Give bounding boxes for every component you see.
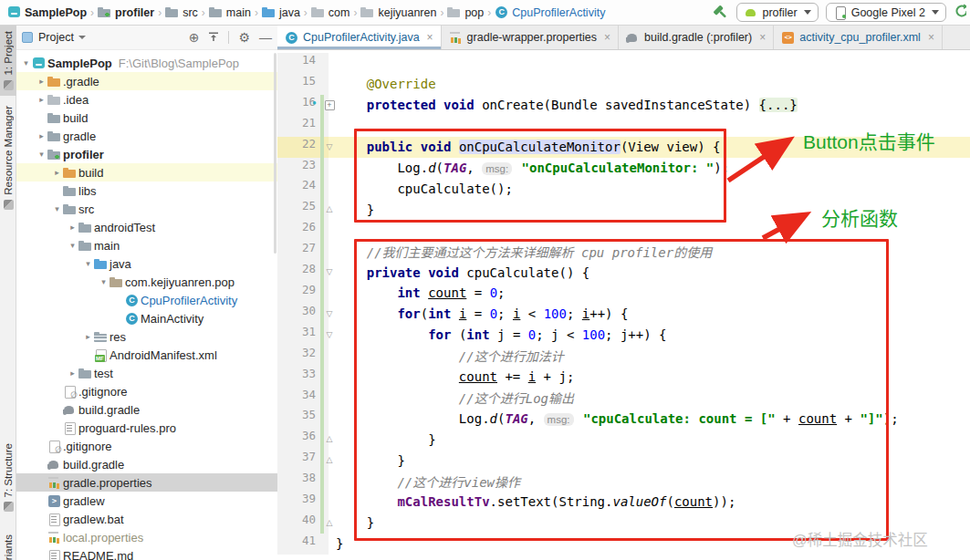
tool-window-button[interactable]: Build Variants: [0, 529, 16, 560]
line-number[interactable]: 32: [302, 346, 316, 359]
line-number[interactable]: 27: [302, 241, 316, 254]
project-panel-title[interactable]: Project: [38, 31, 74, 44]
breadcrumb-item[interactable]: com: [311, 6, 350, 19]
tree-item--gradle[interactable]: ▸.gradle: [16, 72, 277, 90]
tree-item-MainActivity[interactable]: MainActivity: [16, 309, 277, 327]
line-number[interactable]: 22: [302, 137, 316, 150]
breadcrumb-item[interactable]: CpuProfilerActivity: [495, 6, 605, 19]
line-number[interactable]: 28: [302, 262, 316, 275]
tree-expand-arrow-icon[interactable]: ▸: [51, 168, 63, 177]
line-number[interactable]: 30: [302, 304, 316, 317]
tree-expand-arrow-icon[interactable]: ▸: [67, 223, 78, 232]
tree-item-AndroidManifest-xml[interactable]: AndroidManifest.xml: [16, 346, 277, 364]
device-select[interactable]: Google Pixel 2: [826, 3, 946, 22]
tree-item-test[interactable]: ▸test: [16, 364, 277, 382]
tree-collapse-arrow-icon[interactable]: ▾: [20, 58, 32, 67]
tab-activity-cpu-profiler-xml[interactable]: activity_cpu_profiler.xml×: [774, 26, 943, 49]
line-number[interactable]: 15: [302, 74, 316, 88]
line-number[interactable]: 24: [302, 178, 316, 192]
breadcrumb-item[interactable]: java: [262, 6, 300, 19]
line-number[interactable]: 38: [302, 471, 316, 484]
hide-panel-icon[interactable]: —: [259, 31, 272, 44]
tree-item-res[interactable]: ▸res: [16, 327, 277, 346]
tree-expand-arrow-icon[interactable]: ▸: [36, 131, 47, 140]
tree-item-local-properties[interactable]: local.properties: [16, 528, 277, 546]
tree-item-build-gradle[interactable]: build.gradle: [16, 400, 277, 419]
line-number[interactable]: 25: [302, 199, 316, 213]
fold-open-icon[interactable]: [323, 262, 336, 283]
build-hammer-icon[interactable]: [713, 5, 729, 21]
tree-expand-arrow-icon[interactable]: ▸: [36, 95, 47, 104]
tree-collapse-arrow-icon[interactable]: ▾: [36, 150, 47, 159]
fold-open-icon[interactable]: [323, 137, 336, 158]
code-area[interactable]: 1415 @Override16 protected void onCreate…: [277, 50, 970, 560]
tool-window-button[interactable]: 7: Structure: [0, 438, 16, 517]
editor-gutter[interactable]: 41: [277, 534, 329, 555]
fold-close-icon[interactable]: [323, 513, 336, 534]
line-number[interactable]: 36: [302, 429, 316, 442]
line-number[interactable]: 34: [302, 388, 316, 401]
fold-plus-icon[interactable]: [323, 95, 336, 116]
code-line[interactable]: 16 protected void onCreate(Bundle savedI…: [277, 95, 970, 116]
tab-gradle-wrapper-properties[interactable]: gradle-wrapper.properties×: [442, 26, 619, 49]
tool-window-button[interactable]: 1: Project: [0, 26, 16, 96]
line-number[interactable]: 40: [302, 513, 316, 526]
tree-expand-arrow-icon[interactable]: ▸: [82, 332, 94, 341]
tab-build-gradle-profiler-[interactable]: build.gradle (:profiler)×: [619, 26, 774, 49]
tree-collapse-arrow-icon[interactable]: ▾: [67, 241, 78, 250]
tree-item-build[interactable]: build: [16, 109, 277, 127]
close-icon[interactable]: ×: [928, 31, 934, 44]
tree-item--gitignore[interactable]: .gitignore: [16, 437, 277, 455]
tree-item-gradlew[interactable]: gradlew: [16, 492, 277, 510]
breadcrumb-item[interactable]: pop: [447, 6, 484, 19]
fold-close-icon[interactable]: [323, 429, 336, 450]
line-number[interactable]: 35: [302, 408, 316, 421]
tree-item-gradle-properties[interactable]: gradle.properties: [16, 473, 277, 492]
close-icon[interactable]: ×: [427, 31, 433, 44]
tree-scrollbar[interactable]: [274, 53, 276, 254]
gear-icon[interactable]: ⚙: [238, 31, 250, 44]
collapse-all-icon[interactable]: [208, 31, 219, 44]
code-line[interactable]: 14: [277, 53, 970, 74]
tree-expand-arrow-icon[interactable]: ▸: [36, 77, 47, 86]
fold-close-icon[interactable]: [323, 450, 336, 471]
tree-item-proguard-rules-pro[interactable]: proguard-rules.pro: [16, 419, 277, 437]
line-number[interactable]: 29: [302, 283, 316, 296]
breadcrumb-item[interactable]: SamplePop: [7, 6, 87, 19]
tree-item-README-md[interactable]: README.md: [16, 546, 277, 560]
line-number[interactable]: 26: [302, 220, 316, 233]
tree-item-SamplePop[interactable]: ▾SamplePopF:\Git\Blog\SamplePop: [16, 54, 277, 72]
breadcrumb-item[interactable]: main: [209, 6, 251, 19]
breadcrumb-item[interactable]: src: [165, 6, 198, 19]
breadcrumb-item[interactable]: kejiyuanren: [360, 6, 436, 19]
tree-item-gradle[interactable]: ▸gradle: [16, 127, 277, 145]
fold-close-icon[interactable]: [323, 199, 336, 220]
tree-collapse-arrow-icon[interactable]: ▾: [98, 277, 110, 286]
line-number[interactable]: 41: [302, 534, 316, 547]
tree-item-src[interactable]: ▾src: [16, 200, 277, 218]
line-number[interactable]: 31: [302, 325, 316, 338]
close-icon[interactable]: ×: [604, 31, 610, 44]
breadcrumb-item[interactable]: profiler: [98, 6, 154, 19]
locate-file-icon[interactable]: ⊕: [189, 31, 200, 44]
tree-item-main[interactable]: ▾main: [16, 236, 277, 254]
line-number[interactable]: 33: [302, 367, 316, 380]
fold-open-icon[interactable]: [323, 304, 336, 325]
tree-item--idea[interactable]: ▸.idea: [16, 90, 277, 109]
fold-open-icon[interactable]: [323, 325, 336, 346]
tree-item-com-kejiyuanren-pop[interactable]: ▾com.kejiyuanren.pop: [16, 273, 277, 291]
tree-item-CpuProfilerActivity[interactable]: CpuProfilerActivity: [16, 291, 277, 309]
tree-item-androidTest[interactable]: ▸androidTest: [16, 218, 277, 236]
code-line[interactable]: 15 @Override: [277, 74, 970, 95]
tree-item-build-gradle[interactable]: build.gradle: [16, 455, 277, 473]
line-number[interactable]: 39: [302, 492, 316, 505]
tree-item--gitignore[interactable]: .gitignore: [16, 382, 277, 400]
editor-gutter[interactable]: 15: [277, 74, 329, 95]
tree-collapse-arrow-icon[interactable]: ▾: [82, 259, 94, 268]
tab-CpuProfilerActivity-java[interactable]: CpuProfilerActivity.java×: [277, 26, 442, 49]
line-number[interactable]: 37: [302, 450, 316, 463]
editor-gutter[interactable]: 14: [277, 53, 329, 74]
tool-window-button[interactable]: Resource Manager: [0, 100, 16, 215]
tree-item-gradlew-bat[interactable]: gradlew.bat: [16, 510, 277, 528]
tree-item-build[interactable]: ▸build: [16, 163, 277, 181]
